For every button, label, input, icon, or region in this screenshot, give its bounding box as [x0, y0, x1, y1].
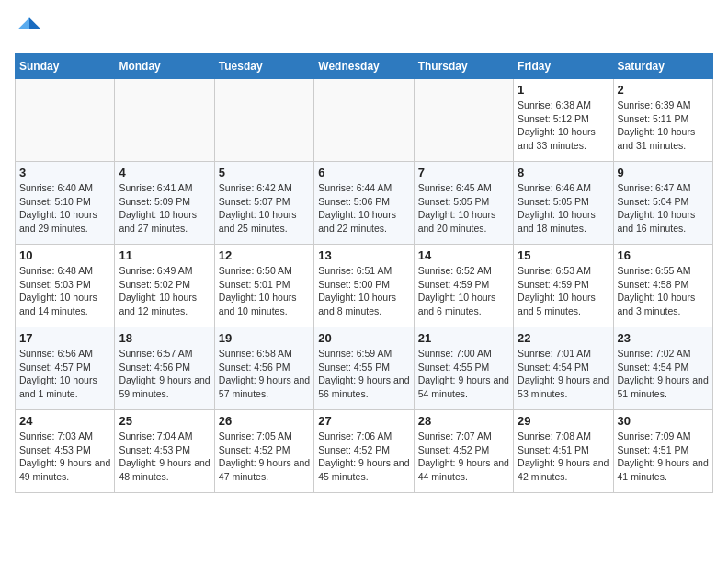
- day-info: Sunrise: 6:50 AMSunset: 5:01 PMDaylight:…: [219, 264, 310, 318]
- day-info: Sunrise: 7:02 AMSunset: 4:54 PMDaylight:…: [618, 347, 709, 401]
- day-number: 20: [318, 331, 409, 345]
- calendar-cell: 25Sunrise: 7:04 AMSunset: 4:53 PMDayligh…: [115, 410, 214, 493]
- day-info: Sunrise: 6:56 AMSunset: 4:57 PMDaylight:…: [19, 347, 110, 401]
- calendar-week-row: 1Sunrise: 6:38 AMSunset: 5:12 PMDaylight…: [16, 79, 713, 162]
- calendar-cell: 2Sunrise: 6:39 AMSunset: 5:11 PMDaylight…: [613, 79, 712, 162]
- day-info: Sunrise: 7:00 AMSunset: 4:55 PMDaylight:…: [418, 347, 509, 401]
- day-number: 3: [19, 166, 110, 179]
- day-number: 22: [518, 331, 609, 345]
- day-number: 17: [19, 331, 110, 345]
- day-info: Sunrise: 6:45 AMSunset: 5:05 PMDaylight:…: [418, 181, 509, 236]
- day-info: Sunrise: 6:52 AMSunset: 4:59 PMDaylight:…: [418, 264, 509, 318]
- calendar-cell: 28Sunrise: 7:07 AMSunset: 4:52 PMDayligh…: [414, 410, 513, 493]
- day-number: 21: [418, 331, 509, 345]
- calendar-day-header: Saturday: [613, 54, 712, 79]
- day-number: 23: [618, 331, 709, 345]
- day-number: 30: [618, 414, 709, 428]
- day-info: Sunrise: 7:04 AMSunset: 4:53 PMDaylight:…: [119, 430, 210, 484]
- day-number: 6: [318, 166, 409, 179]
- calendar-cell: 4Sunrise: 6:41 AMSunset: 5:09 PMDaylight…: [115, 162, 214, 245]
- svg-marker-0: [29, 17, 41, 29]
- day-number: 13: [318, 248, 409, 262]
- day-number: 10: [19, 248, 110, 262]
- day-info: Sunrise: 6:59 AMSunset: 4:55 PMDaylight:…: [318, 347, 409, 401]
- day-info: Sunrise: 6:38 AMSunset: 5:12 PMDaylight:…: [518, 98, 609, 153]
- calendar-week-row: 24Sunrise: 7:03 AMSunset: 4:53 PMDayligh…: [16, 410, 713, 493]
- calendar-cell: 23Sunrise: 7:02 AMSunset: 4:54 PMDayligh…: [613, 327, 712, 410]
- calendar-week-row: 17Sunrise: 6:56 AMSunset: 4:57 PMDayligh…: [16, 327, 713, 410]
- calendar-cell: 27Sunrise: 7:06 AMSunset: 4:52 PMDayligh…: [314, 410, 414, 493]
- day-number: 8: [518, 166, 609, 179]
- calendar-cell: [16, 79, 115, 162]
- day-info: Sunrise: 7:07 AMSunset: 4:52 PMDaylight:…: [418, 430, 509, 484]
- calendar-cell: 17Sunrise: 6:56 AMSunset: 4:57 PMDayligh…: [16, 327, 115, 410]
- day-info: Sunrise: 6:47 AMSunset: 5:04 PMDaylight:…: [618, 181, 709, 236]
- day-number: 15: [518, 248, 609, 262]
- calendar-cell: 10Sunrise: 6:48 AMSunset: 5:03 PMDayligh…: [16, 245, 115, 327]
- calendar-header-row: SundayMondayTuesdayWednesdayThursdayFrid…: [16, 54, 713, 79]
- day-info: Sunrise: 6:48 AMSunset: 5:03 PMDaylight:…: [19, 264, 110, 318]
- calendar-cell: [115, 79, 214, 162]
- calendar-table: SundayMondayTuesdayWednesdayThursdayFrid…: [15, 53, 713, 493]
- day-info: Sunrise: 6:51 AMSunset: 5:00 PMDaylight:…: [318, 264, 409, 318]
- day-info: Sunrise: 6:41 AMSunset: 5:09 PMDaylight:…: [119, 181, 210, 236]
- calendar-cell: 24Sunrise: 7:03 AMSunset: 4:53 PMDayligh…: [16, 410, 115, 493]
- calendar-cell: 26Sunrise: 7:05 AMSunset: 4:52 PMDayligh…: [214, 410, 313, 493]
- calendar-cell: 16Sunrise: 6:55 AMSunset: 4:58 PMDayligh…: [613, 245, 712, 327]
- logo: [15, 15, 48, 44]
- day-info: Sunrise: 6:40 AMSunset: 5:10 PMDaylight:…: [19, 181, 110, 236]
- calendar-cell: 21Sunrise: 7:00 AMSunset: 4:55 PMDayligh…: [414, 327, 513, 410]
- calendar-cell: 14Sunrise: 6:52 AMSunset: 4:59 PMDayligh…: [414, 245, 513, 327]
- calendar-week-row: 10Sunrise: 6:48 AMSunset: 5:03 PMDayligh…: [16, 245, 713, 327]
- calendar-day-header: Thursday: [414, 54, 513, 79]
- day-number: 7: [418, 166, 509, 179]
- calendar-cell: 30Sunrise: 7:09 AMSunset: 4:51 PMDayligh…: [613, 410, 712, 493]
- day-info: Sunrise: 6:57 AMSunset: 4:56 PMDaylight:…: [119, 347, 210, 401]
- day-number: 16: [618, 248, 709, 262]
- calendar-cell: [414, 79, 513, 162]
- calendar-cell: 15Sunrise: 6:53 AMSunset: 4:59 PMDayligh…: [514, 245, 613, 327]
- day-info: Sunrise: 6:42 AMSunset: 5:07 PMDaylight:…: [219, 181, 310, 236]
- calendar-cell: 22Sunrise: 7:01 AMSunset: 4:54 PMDayligh…: [514, 327, 613, 410]
- day-info: Sunrise: 6:44 AMSunset: 5:06 PMDaylight:…: [318, 181, 409, 236]
- calendar-day-header: Monday: [115, 54, 214, 79]
- calendar-day-header: Wednesday: [314, 54, 414, 79]
- day-info: Sunrise: 7:09 AMSunset: 4:51 PMDaylight:…: [618, 430, 709, 484]
- calendar-cell: 8Sunrise: 6:46 AMSunset: 5:05 PMDaylight…: [514, 162, 613, 245]
- day-number: 11: [119, 248, 210, 262]
- calendar-cell: 6Sunrise: 6:44 AMSunset: 5:06 PMDaylight…: [314, 162, 414, 245]
- day-info: Sunrise: 6:53 AMSunset: 4:59 PMDaylight:…: [518, 264, 609, 318]
- day-info: Sunrise: 7:05 AMSunset: 4:52 PMDaylight:…: [219, 430, 310, 484]
- calendar-day-header: Tuesday: [214, 54, 313, 79]
- day-number: 18: [119, 331, 210, 345]
- calendar-cell: 1Sunrise: 6:38 AMSunset: 5:12 PMDaylight…: [514, 79, 613, 162]
- day-number: 25: [119, 414, 210, 428]
- calendar-cell: 11Sunrise: 6:49 AMSunset: 5:02 PMDayligh…: [115, 245, 214, 327]
- calendar-cell: [314, 79, 414, 162]
- calendar-week-row: 3Sunrise: 6:40 AMSunset: 5:10 PMDaylight…: [16, 162, 713, 245]
- day-number: 2: [618, 83, 709, 97]
- calendar-cell: 19Sunrise: 6:58 AMSunset: 4:56 PMDayligh…: [214, 327, 313, 410]
- day-info: Sunrise: 7:03 AMSunset: 4:53 PMDaylight:…: [19, 430, 110, 484]
- day-number: 5: [219, 166, 310, 179]
- day-number: 14: [418, 248, 509, 262]
- day-number: 12: [219, 248, 310, 262]
- calendar-cell: 13Sunrise: 6:51 AMSunset: 5:00 PMDayligh…: [314, 245, 414, 327]
- logo-icon: [15, 15, 44, 44]
- day-number: 19: [219, 331, 310, 345]
- page-header: [15, 15, 713, 44]
- day-info: Sunrise: 7:06 AMSunset: 4:52 PMDaylight:…: [318, 430, 409, 484]
- day-number: 24: [19, 414, 110, 428]
- day-info: Sunrise: 7:08 AMSunset: 4:51 PMDaylight:…: [518, 430, 609, 484]
- day-number: 29: [518, 414, 609, 428]
- day-number: 4: [119, 166, 210, 179]
- day-number: 27: [318, 414, 409, 428]
- day-number: 28: [418, 414, 509, 428]
- calendar-cell: 20Sunrise: 6:59 AMSunset: 4:55 PMDayligh…: [314, 327, 414, 410]
- day-info: Sunrise: 7:01 AMSunset: 4:54 PMDaylight:…: [518, 347, 609, 401]
- day-info: Sunrise: 6:39 AMSunset: 5:11 PMDaylight:…: [618, 98, 709, 153]
- day-number: 9: [618, 166, 709, 179]
- day-number: 26: [219, 414, 310, 428]
- day-number: 1: [518, 83, 609, 97]
- day-info: Sunrise: 6:58 AMSunset: 4:56 PMDaylight:…: [219, 347, 310, 401]
